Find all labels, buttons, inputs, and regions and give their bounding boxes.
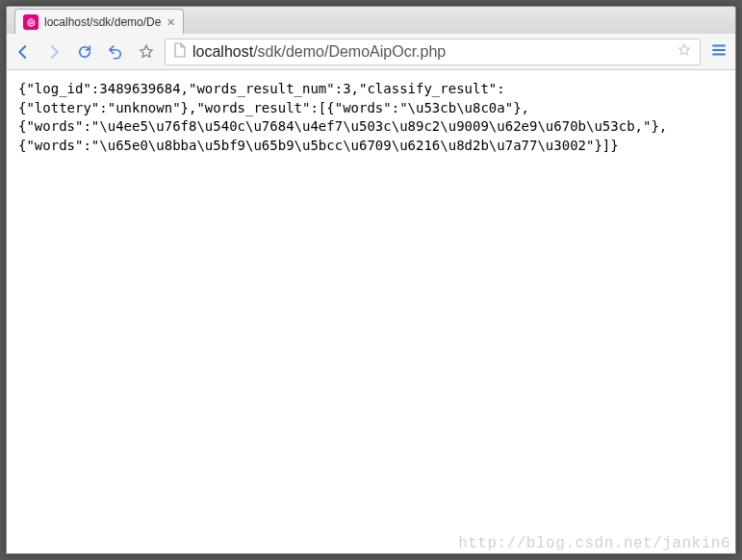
page-icon [173,42,187,62]
url-text: localhost/sdk/demo/DemoAipOcr.php [192,43,671,61]
browser-tab[interactable]: ◎ localhost/sdk/demo/De × [14,9,184,34]
body-line: {"log_id":3489639684,"words_result_num":… [18,81,505,96]
hamburger-menu-icon[interactable] [710,41,728,63]
toolbar: localhost/sdk/demo/DemoAipOcr.php [7,34,735,70]
url-path: /sdk/demo/DemoAipOcr.php [253,43,446,60]
svg-rect-1 [666,13,673,20]
maximize-button[interactable] [647,7,691,26]
watermark-text: http://blog.csdn.net/jankin6 [458,535,730,552]
favicon-icon: ◎ [23,14,38,30]
undo-button[interactable] [107,43,124,61]
close-button[interactable] [691,7,735,26]
body-line: {"words":"\u65e0\u8bba\u5bf9\u65b9\u5bcc… [18,138,619,153]
browser-window: ◎ localhost/sdk/demo/De × [6,6,736,554]
nav-buttons [14,43,155,61]
body-line: {"words":"\u4ee5\u76f8\u540c\u7684\u4ef7… [18,118,667,134]
address-bar[interactable]: localhost/sdk/demo/DemoAipOcr.php [165,38,701,65]
url-host: localhost [192,43,253,60]
bookmark-star-icon[interactable] [138,43,155,61]
page-content: {"log_id":3489639684,"words_result_num":… [7,70,735,553]
body-line: {"lottery":"unknown"},"words_result":[{"… [18,100,529,115]
tab-close-icon[interactable]: × [166,15,174,29]
reload-button[interactable] [76,43,93,61]
window-controls [602,7,735,26]
back-button[interactable] [14,43,32,61]
addressbar-star-icon[interactable] [677,42,692,62]
tab-title: localhost/sdk/demo/De [44,15,161,29]
minimize-button[interactable] [602,7,647,26]
forward-button[interactable] [45,43,63,61]
